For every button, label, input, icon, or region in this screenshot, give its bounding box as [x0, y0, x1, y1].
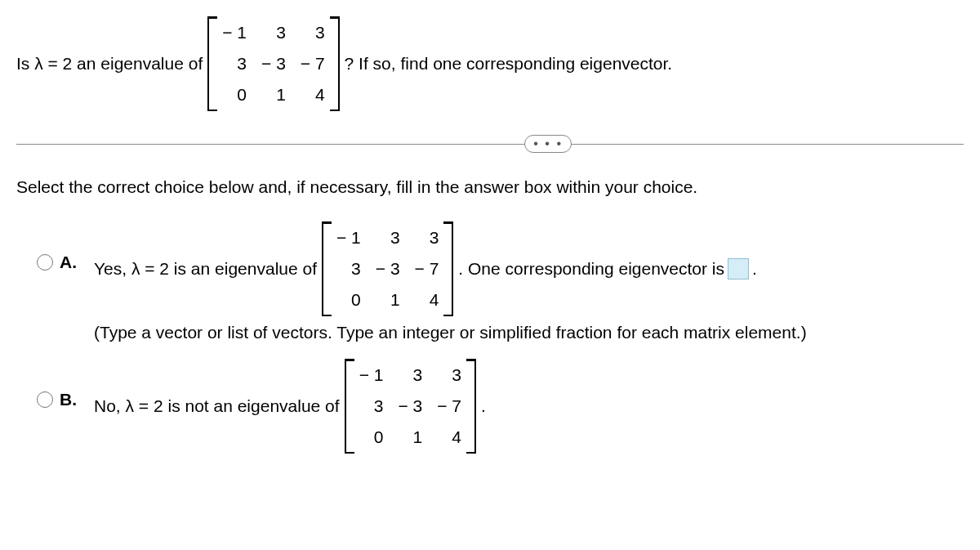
matrix-cell: 0 — [351, 290, 361, 310]
matrix-cell: − 7 — [301, 54, 325, 74]
matrix-body: − 1 3 3 3 − 3 − 7 0 1 4 — [216, 16, 331, 111]
matrix-cell: 3 — [374, 396, 384, 416]
choice-b-line: No, λ = 2 is not an eigenvalue of − 1 3 … — [94, 359, 964, 454]
matrix-cell: 0 — [237, 85, 247, 105]
choice-a-radio[interactable] — [37, 254, 53, 271]
choice-b-radio-col: B. — [37, 390, 94, 409]
matrix-cell: 4 — [315, 85, 325, 105]
choice-b-radio[interactable] — [37, 391, 53, 408]
matrix-cell: 3 — [430, 228, 439, 248]
choice-a-letter: A. — [60, 253, 77, 272]
question-row: Is λ = 2 an eigenvalue of − 1 3 3 3 − 3 … — [16, 16, 964, 111]
choice-b: B. No, λ = 2 is not an eigenvalue of − 1… — [37, 359, 964, 454]
matrix-cell: − 1 — [359, 365, 384, 385]
divider — [16, 144, 964, 145]
choice-b-body: No, λ = 2 is not an eigenvalue of − 1 3 … — [94, 359, 964, 454]
matrix-cell: − 3 — [376, 259, 400, 279]
matrix-body: − 1 3 3 3 − 3 − 7 0 1 4 — [330, 221, 445, 316]
choice-a-radio-col: A. — [37, 253, 94, 272]
matrix-cell: 3 — [237, 54, 247, 74]
question-prefix: Is λ = 2 an eigenvalue of — [16, 54, 203, 74]
matrix-cell: 3 — [452, 365, 461, 385]
instruction-text: Select the correct choice below and, if … — [16, 177, 964, 197]
question-suffix: ? If so, find one corresponding eigenvec… — [345, 54, 673, 74]
matrix-cell: 3 — [315, 23, 325, 42]
choice-b-period: . — [481, 396, 486, 416]
matrix-cell: 3 — [413, 365, 423, 385]
choice-a: A. Yes, λ = 2 is an eigenvalue of − 1 3 … — [37, 221, 964, 342]
choice-b-matrix: − 1 3 3 3 − 3 − 7 0 1 4 — [345, 359, 476, 454]
bracket-left — [322, 221, 330, 316]
choice-a-line: Yes, λ = 2 is an eigenvalue of − 1 3 3 3… — [94, 221, 964, 316]
matrix-cell: 3 — [351, 259, 361, 279]
matrix-cell: 4 — [452, 427, 461, 447]
matrix-cell: − 1 — [222, 23, 247, 42]
matrix-cell: − 7 — [437, 396, 461, 416]
matrix-cell: 1 — [276, 85, 286, 105]
bracket-right — [468, 359, 476, 454]
choice-a-matrix: − 1 3 3 3 − 3 − 7 0 1 4 — [322, 221, 453, 316]
matrix-cell: 3 — [390, 228, 400, 248]
bracket-right — [332, 16, 340, 111]
choice-a-text-before: Yes, λ = 2 is an eigenvalue of — [94, 259, 317, 279]
choice-a-text-after: . One corresponding eigenvector is — [458, 259, 724, 279]
choice-b-letter: B. — [60, 390, 77, 409]
divider-wrap: • • • — [16, 144, 964, 145]
bracket-left — [345, 359, 353, 454]
choice-b-text-before: No, λ = 2 is not an eigenvalue of — [94, 396, 340, 416]
matrix-body: − 1 3 3 3 − 3 − 7 0 1 4 — [353, 359, 468, 454]
choices-group: A. Yes, λ = 2 is an eigenvalue of − 1 3 … — [16, 221, 964, 454]
matrix-cell: 1 — [390, 290, 400, 310]
bracket-left — [207, 16, 216, 111]
matrix-cell: 4 — [430, 290, 439, 310]
choice-a-period: . — [752, 259, 757, 279]
more-options-button[interactable]: • • • — [524, 135, 572, 153]
question-matrix: − 1 3 3 3 − 3 − 7 0 1 4 — [207, 16, 339, 111]
matrix-cell: 0 — [374, 427, 384, 447]
matrix-cell: − 7 — [415, 259, 439, 279]
choice-a-hint: (Type a vector or list of vectors. Type … — [94, 323, 964, 342]
eigenvector-input[interactable] — [728, 258, 749, 279]
choice-a-body: Yes, λ = 2 is an eigenvalue of − 1 3 3 3… — [94, 221, 964, 342]
matrix-cell: − 3 — [261, 54, 286, 74]
matrix-cell: 1 — [413, 427, 423, 447]
matrix-cell: − 1 — [336, 228, 361, 248]
bracket-right — [445, 221, 453, 316]
matrix-cell: − 3 — [398, 396, 422, 416]
matrix-cell: 3 — [276, 23, 286, 42]
